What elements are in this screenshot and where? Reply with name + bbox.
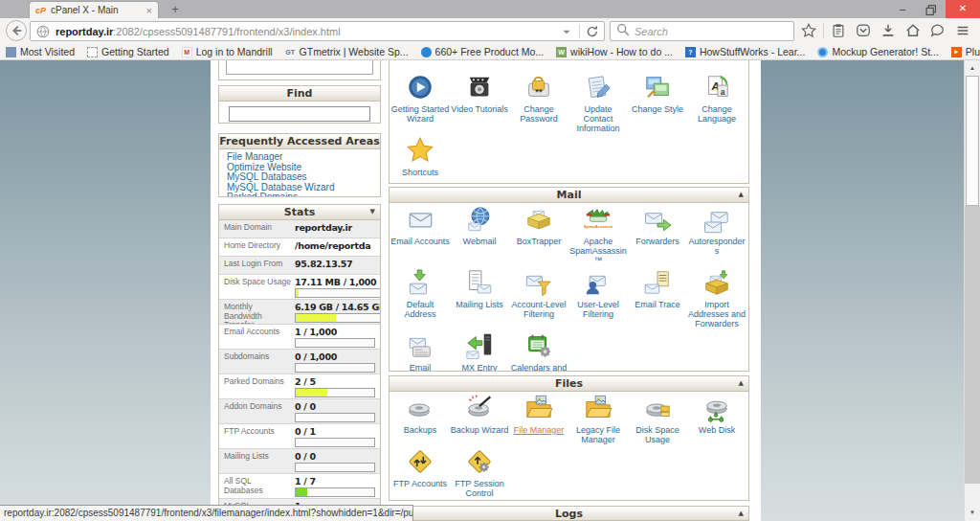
stats-row-addon-domains: Addon Domains0 / 0 bbox=[219, 399, 380, 424]
item-forwarders[interactable]: Forwarders bbox=[628, 205, 687, 268]
sidebar-link-mysql-databases[interactable]: MySQL Databases bbox=[227, 172, 372, 183]
back-button[interactable] bbox=[6, 20, 27, 41]
bookmark-item[interactable]: GTGTmetrix | Website Sp... bbox=[285, 46, 409, 57]
item-label: Apache SpamAssassin™ bbox=[568, 237, 628, 265]
usage-bar-fill bbox=[296, 289, 299, 297]
bookmark-item[interactable]: WwikiHow - How to do ... bbox=[556, 46, 673, 57]
hello-chat-icon[interactable] bbox=[925, 22, 950, 39]
bookmark-label: Most Visited bbox=[20, 46, 75, 57]
collapse-arrow-icon[interactable]: ▼ bbox=[370, 205, 375, 219]
item-label: Email Accounts bbox=[390, 237, 450, 246]
item-change-password[interactable]: **Change Password bbox=[509, 73, 568, 136]
collapse-arrow-icon[interactable]: ▲ bbox=[739, 507, 744, 521]
vertical-scrollbar[interactable]: ▲ ▼ bbox=[964, 60, 980, 521]
item-mailing-lists[interactable]: Mailing Lists bbox=[450, 268, 509, 331]
item-apache-spamassassin[interactable]: SpamAssassinApache SpamAssassin™ bbox=[568, 205, 628, 268]
item-update-contact-information[interactable]: Update Contact Information bbox=[568, 73, 628, 136]
stats-row-disk-space-usage: Disk Space Usage17.11 MB / 1,000 MB bbox=[219, 275, 380, 300]
collapse-arrow-icon[interactable]: ▲ bbox=[739, 376, 744, 391]
bookmark-item[interactable]: ▸Pluralsight – Develope... bbox=[951, 46, 980, 57]
item-backup-wizard[interactable]: Backup Wizard bbox=[450, 394, 509, 447]
stats-label: All SQL Databases bbox=[219, 474, 293, 498]
browser-tab[interactable]: cP cPanel X - Main × bbox=[29, 1, 159, 18]
collapse-arrow-icon[interactable]: ▲ bbox=[739, 188, 744, 202]
scroll-down-arrow-icon[interactable]: ▼ bbox=[965, 505, 980, 520]
scrollbar-thumb[interactable] bbox=[966, 76, 979, 206]
item-change-language[interactable]: AaChange Language bbox=[687, 73, 746, 136]
item-default-address[interactable]: Default Address bbox=[390, 268, 450, 331]
window-restore-button[interactable] bbox=[917, 0, 946, 18]
new-tab-button[interactable]: + bbox=[165, 3, 186, 17]
item-video-tutorials[interactable]: Video Tutorials bbox=[450, 73, 509, 136]
item-webmail[interactable]: Webmail bbox=[450, 205, 509, 268]
stats-row-subdomains: Subdomains0 / 1,000 bbox=[219, 350, 380, 374]
cutoff-input[interactable] bbox=[226, 60, 373, 75]
search-bar[interactable]: Search bbox=[610, 21, 794, 41]
item-boxtrapper[interactable]: BoxTrapper bbox=[509, 205, 568, 268]
item-file-manager[interactable]: File Manager bbox=[509, 394, 568, 447]
bookmarks-menu-icon[interactable] bbox=[826, 22, 851, 39]
bookmark-item[interactable]: Mockup Generator! St... bbox=[817, 46, 938, 57]
sidebar-link-file-manager[interactable]: File Manager bbox=[227, 152, 372, 163]
item-email-accounts[interactable]: Email Accounts bbox=[390, 205, 450, 268]
item-user-level-filtering[interactable]: User-Level Filtering bbox=[568, 268, 628, 331]
email-auth-icon bbox=[390, 331, 450, 361]
item-ftp-accounts[interactable]: FTP Accounts bbox=[390, 447, 450, 501]
item-email-trace[interactable]: Email Trace bbox=[628, 268, 687, 331]
item-mx-entry[interactable]: MX Entry bbox=[450, 331, 509, 372]
sidebar-link-parked-domains[interactable]: Parked Domains bbox=[227, 193, 372, 197]
stats-label: Home Directory bbox=[219, 238, 293, 256]
item-email-authentication[interactable]: Email Authentication bbox=[390, 331, 450, 372]
mail-section-header[interactable]: Mail▲ bbox=[390, 188, 748, 203]
bookmark-item[interactable]: ?HowStuffWorks - Lear... bbox=[685, 46, 806, 57]
home-icon[interactable] bbox=[901, 22, 925, 39]
stats-header[interactable]: Stats▼ bbox=[219, 205, 380, 220]
bookmark-item[interactable]: 660+ Free Product Mo... bbox=[421, 46, 545, 57]
stats-value: 0 / 0 bbox=[295, 401, 375, 412]
item-label: Backups bbox=[390, 425, 450, 435]
item-autoresponders[interactable]: Autoresponders bbox=[687, 205, 746, 268]
stats-value: 95.82.13.57 bbox=[295, 259, 375, 269]
downloads-icon[interactable] bbox=[876, 22, 901, 39]
window-minimize-button[interactable]: – bbox=[888, 0, 917, 18]
stats-row-email-accounts: Email Accounts1 / 1,000 bbox=[219, 325, 380, 350]
url-bar[interactable]: reportday.ir:2082/cpsess5091487791/front… bbox=[30, 21, 605, 41]
item-legacy-file-manager[interactable]: Legacy File Manager bbox=[568, 394, 628, 447]
calendars-icon bbox=[509, 331, 568, 361]
scrollbar-track[interactable] bbox=[965, 206, 980, 484]
email-accounts-icon bbox=[390, 205, 450, 235]
hamburger-menu-icon[interactable] bbox=[950, 22, 975, 39]
getting-started-bm-favicon-icon bbox=[87, 47, 98, 57]
bookmark-item[interactable]: MLog in to Mandrill bbox=[182, 46, 273, 57]
item-import-addresses-and-forwarders[interactable]: Import Addresses and Forwarders bbox=[687, 268, 746, 331]
scroll-up-arrow-icon[interactable]: ▲ bbox=[965, 60, 980, 76]
item-getting-started-wizard[interactable]: Getting Started Wizard bbox=[390, 73, 450, 136]
stats-label: Monthly Bandwidth Transfer bbox=[219, 300, 293, 324]
blue-ring-favicon-icon bbox=[817, 47, 828, 57]
bookmark-item[interactable]: Most Visited bbox=[6, 46, 75, 57]
item-change-style[interactable]: Change Style bbox=[628, 73, 687, 136]
bookmark-item[interactable]: Getting Started bbox=[87, 46, 169, 57]
files-section-header[interactable]: Files▲ bbox=[390, 376, 748, 392]
navigation-toolbar: reportday.ir:2082/cpsess5091487791/front… bbox=[0, 18, 980, 44]
item-disk-space-usage[interactable]: Disk Space Usage bbox=[628, 394, 687, 447]
file-manager-icon bbox=[509, 394, 568, 423]
pocket-icon[interactable] bbox=[851, 22, 876, 39]
window-close-button[interactable]: ✕ bbox=[946, 0, 980, 18]
tab-close-icon[interactable]: × bbox=[146, 5, 152, 16]
item-backups[interactable]: Backups bbox=[390, 394, 450, 447]
item-web-disk[interactable]: Web Disk bbox=[687, 394, 746, 447]
back-arrow-icon bbox=[9, 25, 24, 41]
item-ftp-session-control[interactable]: FTP Session Control bbox=[450, 447, 509, 501]
item-account-level-filtering[interactable]: Account-Level Filtering bbox=[509, 268, 568, 331]
logs-section-header[interactable]: Logs▲ bbox=[390, 507, 748, 521]
import-addresses-icon bbox=[687, 268, 746, 298]
item-shortcuts[interactable]: Shortcuts bbox=[390, 136, 450, 180]
item-label: FTP Session Control bbox=[450, 479, 509, 498]
browser-window: cP cPanel X - Main × + – ✕ reportday.ir:… bbox=[0, 0, 980, 521]
find-input[interactable] bbox=[229, 106, 370, 122]
item-calendars-and-contacts-client[interactable]: Calendars and Contacts Client bbox=[509, 331, 568, 372]
url-dropdown-icon[interactable] bbox=[559, 24, 574, 39]
bookmark-star-icon[interactable] bbox=[796, 22, 821, 39]
reload-icon[interactable] bbox=[585, 24, 600, 39]
